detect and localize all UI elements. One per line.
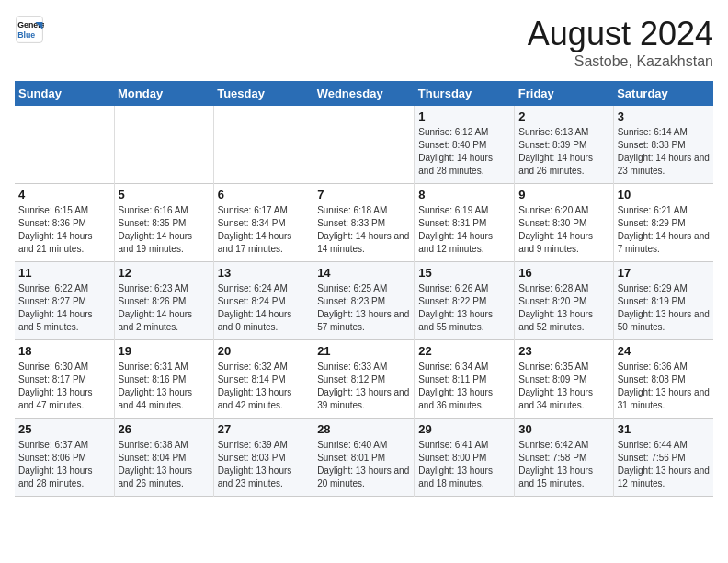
day-number: 20 (218, 344, 309, 358)
day-info: Sunrise: 6:18 AMSunset: 8:33 PMDaylight:… (317, 204, 410, 256)
day-info: Sunrise: 6:38 AMSunset: 8:04 PMDaylight:… (119, 439, 210, 490)
day-info: Sunrise: 6:28 AMSunset: 8:20 PMDaylight:… (518, 282, 609, 334)
calendar-cell: 31Sunrise: 6:44 AMSunset: 7:56 PMDayligh… (613, 419, 713, 497)
calendar-week-row: 18Sunrise: 6:30 AMSunset: 8:17 PMDayligh… (15, 340, 713, 419)
calendar-cell: 29Sunrise: 6:41 AMSunset: 8:00 PMDayligh… (415, 419, 515, 497)
calendar-week-row: 1Sunrise: 6:12 AMSunset: 8:40 PMDaylight… (15, 106, 713, 184)
calendar-cell: 12Sunrise: 6:23 AMSunset: 8:26 PMDayligh… (114, 262, 213, 340)
weekday-header-monday: Monday (114, 81, 213, 106)
weekday-header-thursday: Thursday (415, 81, 515, 106)
day-number: 6 (218, 188, 309, 201)
weekday-header-tuesday: Tuesday (213, 81, 313, 106)
day-info: Sunrise: 6:20 AMSunset: 8:30 PMDaylight:… (518, 204, 609, 256)
weekday-header-friday: Friday (515, 81, 613, 106)
calendar-cell: 27Sunrise: 6:39 AMSunset: 8:03 PMDayligh… (213, 419, 313, 497)
calendar-cell: 22Sunrise: 6:34 AMSunset: 8:11 PMDayligh… (415, 340, 515, 419)
calendar-cell: 20Sunrise: 6:32 AMSunset: 8:14 PMDayligh… (213, 340, 313, 419)
calendar-cell: 25Sunrise: 6:37 AMSunset: 8:06 PMDayligh… (15, 419, 114, 497)
day-number: 19 (119, 344, 210, 358)
day-number: 30 (518, 422, 609, 436)
day-number: 25 (18, 422, 110, 436)
weekday-header-sunday: Sunday (15, 81, 114, 106)
day-info: Sunrise: 6:40 AMSunset: 8:01 PMDaylight:… (317, 439, 410, 490)
day-info: Sunrise: 6:42 AMSunset: 7:58 PMDaylight:… (518, 439, 609, 490)
calendar-week-row: 4Sunrise: 6:15 AMSunset: 8:36 PMDaylight… (15, 184, 713, 262)
calendar-cell: 16Sunrise: 6:28 AMSunset: 8:20 PMDayligh… (515, 262, 613, 340)
day-number: 24 (618, 344, 710, 358)
day-info: Sunrise: 6:15 AMSunset: 8:36 PMDaylight:… (18, 204, 110, 256)
day-number: 7 (317, 188, 410, 201)
calendar-cell: 15Sunrise: 6:26 AMSunset: 8:22 PMDayligh… (415, 262, 515, 340)
day-info: Sunrise: 6:30 AMSunset: 8:17 PMDaylight:… (18, 361, 110, 412)
day-info: Sunrise: 6:34 AMSunset: 8:11 PMDaylight:… (418, 361, 510, 412)
calendar-cell: 24Sunrise: 6:36 AMSunset: 8:08 PMDayligh… (613, 340, 713, 419)
page-header: General Blue August 2024 Sastobe, Kazakh… (15, 15, 713, 70)
calendar-cell: 26Sunrise: 6:38 AMSunset: 8:04 PMDayligh… (114, 419, 213, 497)
day-number: 27 (218, 422, 309, 436)
title-section: August 2024 Sastobe, Kazakhstan (528, 15, 713, 70)
calendar-cell: 28Sunrise: 6:40 AMSunset: 8:01 PMDayligh… (313, 419, 415, 497)
day-info: Sunrise: 6:12 AMSunset: 8:40 PMDaylight:… (418, 126, 510, 178)
weekday-header-row: SundayMondayTuesdayWednesdayThursdayFrid… (15, 81, 713, 106)
day-number: 29 (418, 422, 510, 436)
day-info: Sunrise: 6:31 AMSunset: 8:16 PMDaylight:… (119, 361, 210, 412)
calendar-week-row: 25Sunrise: 6:37 AMSunset: 8:06 PMDayligh… (15, 419, 713, 497)
calendar-cell: 8Sunrise: 6:19 AMSunset: 8:31 PMDaylight… (415, 184, 515, 262)
calendar-cell: 17Sunrise: 6:29 AMSunset: 8:19 PMDayligh… (613, 262, 713, 340)
calendar-cell (15, 106, 114, 184)
day-number: 3 (618, 109, 710, 123)
day-number: 16 (518, 266, 609, 280)
calendar-cell (213, 106, 313, 184)
day-info: Sunrise: 6:13 AMSunset: 8:39 PMDaylight:… (518, 126, 609, 178)
calendar-cell: 19Sunrise: 6:31 AMSunset: 8:16 PMDayligh… (114, 340, 213, 419)
day-info: Sunrise: 6:36 AMSunset: 8:08 PMDaylight:… (618, 361, 710, 412)
day-info: Sunrise: 6:39 AMSunset: 8:03 PMDaylight:… (218, 439, 309, 490)
day-number: 1 (418, 109, 510, 123)
day-info: Sunrise: 6:14 AMSunset: 8:38 PMDaylight:… (618, 126, 710, 178)
day-number: 21 (317, 344, 410, 358)
day-number: 22 (418, 344, 510, 358)
calendar-cell: 4Sunrise: 6:15 AMSunset: 8:36 PMDaylight… (15, 184, 114, 262)
day-info: Sunrise: 6:21 AMSunset: 8:29 PMDaylight:… (618, 204, 710, 256)
day-number: 9 (518, 188, 609, 201)
day-info: Sunrise: 6:33 AMSunset: 8:12 PMDaylight:… (317, 361, 410, 412)
day-number: 14 (317, 266, 410, 280)
day-info: Sunrise: 6:23 AMSunset: 8:26 PMDaylight:… (119, 282, 210, 334)
calendar-cell: 1Sunrise: 6:12 AMSunset: 8:40 PMDaylight… (415, 106, 515, 184)
day-info: Sunrise: 6:17 AMSunset: 8:34 PMDaylight:… (218, 204, 309, 256)
calendar-cell: 3Sunrise: 6:14 AMSunset: 8:38 PMDaylight… (613, 106, 713, 184)
day-number: 10 (618, 188, 710, 201)
calendar-cell: 2Sunrise: 6:13 AMSunset: 8:39 PMDaylight… (515, 106, 613, 184)
svg-text:Blue: Blue (17, 30, 35, 40)
day-number: 11 (18, 266, 110, 280)
day-number: 26 (119, 422, 210, 436)
day-number: 15 (418, 266, 510, 280)
day-number: 17 (618, 266, 710, 280)
day-info: Sunrise: 6:22 AMSunset: 8:27 PMDaylight:… (18, 282, 110, 334)
day-number: 23 (518, 344, 609, 358)
weekday-header-wednesday: Wednesday (313, 81, 415, 106)
calendar-cell: 7Sunrise: 6:18 AMSunset: 8:33 PMDaylight… (313, 184, 415, 262)
calendar-cell: 30Sunrise: 6:42 AMSunset: 7:58 PMDayligh… (515, 419, 613, 497)
calendar-week-row: 11Sunrise: 6:22 AMSunset: 8:27 PMDayligh… (15, 262, 713, 340)
calendar-cell: 9Sunrise: 6:20 AMSunset: 8:30 PMDaylight… (515, 184, 613, 262)
calendar-cell (114, 106, 213, 184)
calendar-cell: 23Sunrise: 6:35 AMSunset: 8:09 PMDayligh… (515, 340, 613, 419)
day-info: Sunrise: 6:19 AMSunset: 8:31 PMDaylight:… (418, 204, 510, 256)
weekday-header-saturday: Saturday (613, 81, 713, 106)
main-title: August 2024 (528, 15, 713, 53)
day-number: 5 (119, 188, 210, 201)
day-info: Sunrise: 6:44 AMSunset: 7:56 PMDaylight:… (618, 439, 710, 490)
day-number: 4 (18, 188, 110, 201)
day-info: Sunrise: 6:37 AMSunset: 8:06 PMDaylight:… (18, 439, 110, 490)
calendar-cell: 6Sunrise: 6:17 AMSunset: 8:34 PMDaylight… (213, 184, 313, 262)
day-info: Sunrise: 6:26 AMSunset: 8:22 PMDaylight:… (418, 282, 510, 334)
calendar-cell (313, 106, 415, 184)
day-number: 31 (618, 422, 710, 436)
calendar-cell: 10Sunrise: 6:21 AMSunset: 8:29 PMDayligh… (613, 184, 713, 262)
calendar-cell: 21Sunrise: 6:33 AMSunset: 8:12 PMDayligh… (313, 340, 415, 419)
day-info: Sunrise: 6:25 AMSunset: 8:23 PMDaylight:… (317, 282, 410, 334)
calendar-cell: 5Sunrise: 6:16 AMSunset: 8:35 PMDaylight… (114, 184, 213, 262)
day-info: Sunrise: 6:35 AMSunset: 8:09 PMDaylight:… (518, 361, 609, 412)
calendar-body: 1Sunrise: 6:12 AMSunset: 8:40 PMDaylight… (15, 106, 713, 497)
